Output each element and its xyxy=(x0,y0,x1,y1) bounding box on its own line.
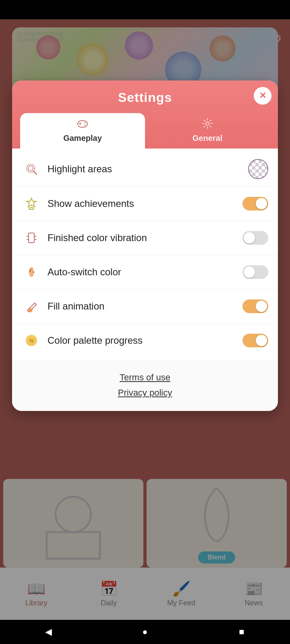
svg-rect-2 xyxy=(78,121,87,127)
back-button[interactable]: ◀ xyxy=(38,622,58,642)
toggle-knob xyxy=(256,198,267,209)
recent-button[interactable]: ■ xyxy=(232,622,252,642)
finished-color-vibration-row: Finished color vibration xyxy=(12,221,278,255)
show-achievements-row: Show achievements xyxy=(12,187,278,221)
android-nav-bar: ◀ ● ■ xyxy=(0,620,290,644)
privacy-policy-link[interactable]: Privacy policy xyxy=(118,388,172,398)
color-palette-progress-icon: % xyxy=(22,331,41,350)
fill-animation-toggle[interactable] xyxy=(242,299,268,313)
recent-icon: ■ xyxy=(239,627,244,637)
color-palette-progress-row: % Color palette progress xyxy=(12,324,278,357)
color-palette-progress-label: Color palette progress xyxy=(48,335,236,346)
auto-switch-color-toggle[interactable] xyxy=(242,265,268,279)
finished-color-vibration-icon xyxy=(22,228,41,248)
gameplay-tab-label: Gameplay xyxy=(63,134,102,143)
toggle-knob xyxy=(244,266,255,278)
svg-point-10 xyxy=(28,166,33,171)
fill-animation-icon xyxy=(22,297,41,316)
gameplay-tab-icon xyxy=(77,118,88,132)
highlight-areas-icon xyxy=(22,159,41,179)
auto-switch-color-icon xyxy=(22,262,41,282)
auto-switch-color-label: Auto-switch color xyxy=(48,266,236,278)
highlight-areas-row: Highlight areas xyxy=(12,152,278,187)
close-button[interactable]: ✕ xyxy=(254,87,271,105)
toggle-knob xyxy=(244,232,255,244)
settings-list: Highlight areas Show achievements xyxy=(12,149,278,361)
svg-line-11 xyxy=(33,171,37,174)
terms-of-use-link[interactable]: Terms of use xyxy=(120,372,170,383)
back-icon: ◀ xyxy=(45,627,52,637)
svg-point-19 xyxy=(29,308,33,312)
svg-text:%: % xyxy=(29,338,34,344)
home-icon: ● xyxy=(142,627,147,637)
modal-footer: Terms of use Privacy policy xyxy=(12,361,278,411)
svg-rect-14 xyxy=(29,233,34,243)
finished-color-vibration-label: Finished color vibration xyxy=(48,232,236,244)
tab-general[interactable]: General xyxy=(145,113,270,149)
settings-modal: ✕ Settings Gameplay xyxy=(12,80,278,411)
finished-color-vibration-toggle[interactable] xyxy=(242,231,268,245)
show-achievements-label: Show achievements xyxy=(48,198,236,209)
show-achievements-toggle[interactable] xyxy=(242,197,268,211)
modal-header: ✕ Settings Gameplay xyxy=(12,80,278,149)
auto-switch-color-row: Auto-switch color xyxy=(12,255,278,289)
toggle-knob xyxy=(256,335,267,346)
highlight-areas-control[interactable] xyxy=(248,159,268,179)
svg-point-8 xyxy=(206,122,209,125)
toggle-knob xyxy=(256,301,267,312)
modal-body: Highlight areas Show achievements xyxy=(12,149,278,361)
tabs-row: Gameplay General xyxy=(20,113,270,149)
show-achievements-icon xyxy=(22,194,41,213)
highlight-areas-label: Highlight areas xyxy=(48,163,242,175)
general-tab-label: General xyxy=(193,134,222,143)
modal-title: Settings xyxy=(118,90,172,105)
fill-animation-row: Fill animation xyxy=(12,289,278,324)
svg-point-7 xyxy=(85,125,86,126)
general-tab-icon xyxy=(202,118,213,132)
fill-animation-label: Fill animation xyxy=(48,301,236,312)
tab-gameplay[interactable]: Gameplay xyxy=(20,113,145,149)
home-button[interactable]: ● xyxy=(135,622,155,642)
color-palette-progress-toggle[interactable] xyxy=(242,334,268,347)
status-bar xyxy=(0,0,290,19)
svg-point-6 xyxy=(85,122,86,124)
